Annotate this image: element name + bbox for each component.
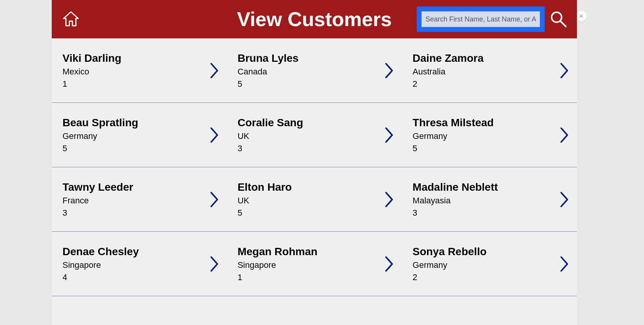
customer-name: Bruna Lyles — [238, 52, 384, 64]
customer-info: Denae ChesleySingapore4 — [62, 246, 209, 282]
customer-name: Tawny Leeder — [62, 181, 209, 193]
customer-info: Megan RohmanSingapore1 — [238, 246, 384, 282]
customer-number: 4 — [62, 272, 209, 282]
search-highlight-box — [417, 7, 545, 32]
home-icon — [61, 10, 80, 29]
customer-country: Singapore — [62, 260, 209, 270]
chevron-right-icon — [209, 190, 221, 209]
customer-card[interactable]: Elton HaroUK5 — [227, 173, 402, 226]
chevron-right-icon — [209, 255, 221, 273]
customer-country: Australia — [412, 67, 559, 77]
search-button[interactable] — [548, 8, 569, 30]
customer-info: Beau SpratlingGermany5 — [62, 117, 209, 153]
close-button[interactable]: × — [576, 11, 586, 21]
customer-row: Denae ChesleySingapore4Megan RohmanSinga… — [52, 232, 577, 296]
customer-country: Germany — [412, 131, 559, 141]
customer-card[interactable]: Viki DarlingMexico1 — [52, 45, 227, 97]
customer-card[interactable]: Megan RohmanSingapore1 — [227, 238, 402, 290]
customer-row: Tawny LeederFrance3Elton HaroUK5Madaline… — [52, 167, 577, 232]
customer-number: 3 — [62, 208, 209, 218]
customer-info: Daine ZamoraAustralia2 — [412, 52, 559, 89]
search-area — [417, 7, 569, 32]
customer-card[interactable]: Sonya RebelloGermany2 — [402, 238, 577, 290]
customer-info: Coralie SangUK3 — [238, 117, 384, 153]
chevron-right-icon — [559, 190, 571, 209]
home-button[interactable] — [59, 8, 82, 31]
chevron-right-icon — [209, 126, 221, 144]
customer-info: Tawny LeederFrance3 — [62, 181, 209, 218]
chevron-right-icon — [209, 61, 221, 80]
customer-name: Viki Darling — [62, 52, 209, 64]
customer-info: Thresa MilsteadGermany5 — [412, 117, 559, 153]
customer-name: Madaline Neblett — [412, 181, 559, 193]
customer-list[interactable]: Viki DarlingMexico1Bruna LylesCanada5Dai… — [52, 38, 577, 325]
customer-country: France — [62, 196, 209, 206]
customer-number: 1 — [238, 272, 384, 282]
customer-name: Sonya Rebello — [412, 246, 559, 258]
customer-number: 5 — [62, 144, 209, 153]
customer-name: Daine Zamora — [412, 52, 559, 64]
customer-info: Bruna LylesCanada5 — [238, 52, 384, 89]
customer-number: 2 — [412, 272, 559, 282]
customer-country: Singapore — [238, 260, 384, 270]
customer-country: Mexico — [62, 67, 209, 77]
customer-number: 3 — [238, 144, 384, 153]
page-title: View Customers — [237, 8, 392, 31]
customer-card[interactable]: Madaline NeblettMalayasia3 — [402, 173, 577, 226]
customer-number: 3 — [412, 208, 559, 218]
customer-card[interactable]: Thresa MilsteadGermany5 — [402, 109, 577, 161]
chevron-right-icon — [383, 126, 396, 144]
search-icon — [549, 10, 568, 29]
customer-name: Elton Haro — [238, 181, 384, 193]
customer-info: Sonya RebelloGermany2 — [412, 246, 559, 282]
chevron-right-icon — [559, 61, 571, 80]
chevron-right-icon — [383, 255, 396, 273]
chevron-right-icon — [383, 190, 396, 209]
customer-number: 5 — [238, 208, 384, 218]
customer-card[interactable]: Bruna LylesCanada5 — [227, 45, 402, 97]
customer-country: Canada — [238, 67, 384, 77]
customer-name: Beau Spratling — [62, 117, 209, 129]
customer-row: Beau SpratlingGermany5Coralie SangUK3Thr… — [52, 103, 577, 167]
customer-number: 1 — [62, 79, 209, 89]
chevron-right-icon — [383, 61, 396, 80]
customer-card[interactable]: Daine ZamoraAustralia2 — [402, 45, 577, 97]
customer-card[interactable]: Coralie SangUK3 — [227, 109, 402, 161]
customer-info: Madaline NeblettMalayasia3 — [412, 181, 559, 218]
customer-number: 5 — [238, 79, 384, 89]
chevron-right-icon — [559, 255, 571, 273]
customer-card[interactable]: Denae ChesleySingapore4 — [52, 238, 227, 290]
customer-name: Coralie Sang — [238, 117, 384, 129]
header-bar: View Customers — [52, 0, 577, 38]
customer-country: Germany — [412, 260, 559, 270]
customer-name: Megan Rohman — [238, 246, 384, 258]
customer-country: UK — [238, 196, 384, 206]
customer-name: Denae Chesley — [62, 246, 209, 258]
customer-number: 2 — [412, 79, 559, 89]
customer-number: 5 — [412, 144, 559, 153]
customer-info: Elton HaroUK5 — [238, 181, 384, 218]
customer-country: UK — [238, 131, 384, 141]
svg-line-1 — [560, 21, 566, 26]
search-input[interactable] — [421, 11, 540, 27]
close-icon: × — [579, 12, 583, 20]
customer-name: Thresa Milstead — [412, 117, 559, 129]
customer-card[interactable]: Beau SpratlingGermany5 — [52, 109, 227, 161]
customer-country: Malayasia — [412, 196, 559, 206]
app-window: View Customers Viki DarlingMexico1Bruna … — [52, 0, 577, 325]
customer-row: Viki DarlingMexico1Bruna LylesCanada5Dai… — [52, 38, 577, 103]
chevron-right-icon — [559, 126, 571, 144]
customer-country: Germany — [62, 131, 209, 141]
customer-card[interactable]: Tawny LeederFrance3 — [52, 173, 227, 226]
customer-info: Viki DarlingMexico1 — [62, 52, 209, 89]
